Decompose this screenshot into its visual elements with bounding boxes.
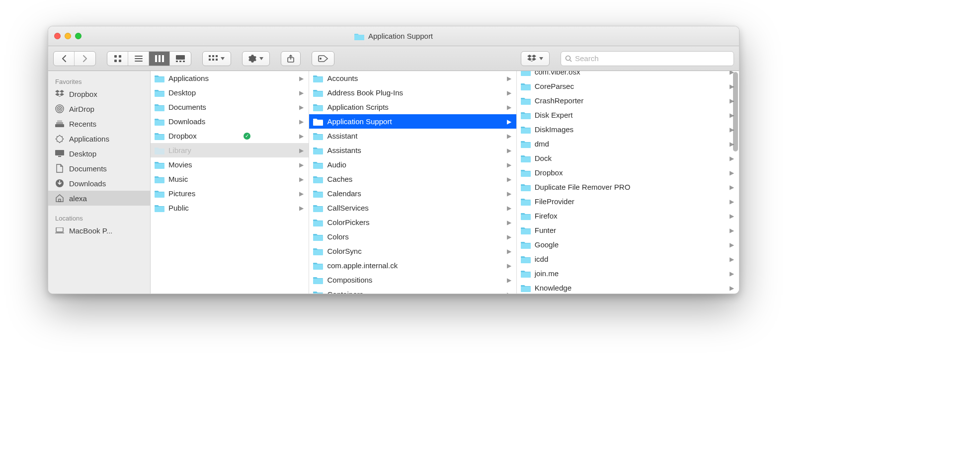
folder-item[interactable]: Movies▶ [151,157,309,172]
chevron-right-icon: ▶ [507,291,511,294]
search-field[interactable] [561,51,734,66]
folder-icon [155,204,164,212]
recents-icon [55,119,64,128]
folder-item[interactable]: Containers▶ [309,287,516,294]
column-0[interactable]: Applications▶Desktop▶Documents▶Downloads… [151,71,309,294]
folder-item[interactable]: Desktop▶ [151,85,309,100]
folder-item[interactable]: Downloads▶ [151,114,309,129]
folder-item[interactable]: Application Support▶ [309,114,516,129]
svg-rect-30 [57,120,62,122]
svg-rect-10 [162,55,164,62]
folder-item[interactable]: ColorSync▶ [309,244,516,258]
forward-button[interactable] [75,52,95,66]
svg-rect-34 [59,199,61,202]
back-button[interactable] [54,52,75,66]
folder-item[interactable]: Duplicate File Remover PRO▶ [517,180,739,194]
folder-item[interactable]: com.viber.osx▶ [517,71,739,79]
folder-item[interactable]: Address Book Plug-Ins▶ [309,85,516,100]
column-view-button[interactable] [149,52,170,66]
folder-item[interactable]: icdd▶ [517,252,739,266]
folder-icon [313,247,323,255]
dropbox-toolbar-button[interactable] [521,51,550,66]
action-menu-button[interactable] [242,51,270,66]
folder-item[interactable]: ColorPickers▶ [309,215,516,229]
sidebar-item-recents[interactable]: Recents [48,116,150,131]
sidebar-item-airdrop[interactable]: AirDrop [48,101,150,116]
svg-rect-39 [155,106,164,111]
folder-item[interactable]: Public▶ [151,201,309,215]
chevron-right-icon: ▶ [507,205,511,212]
folder-item[interactable]: Assistants▶ [309,143,516,157]
column-2[interactable]: com.viber.osx▶CoreParsec▶CrashReporter▶D… [517,71,739,294]
folder-item[interactable]: com.apple.internal.ck▶ [309,258,516,273]
folder-item[interactable]: Disk Expert▶ [517,108,739,122]
folder-item[interactable]: CrashReporter▶ [517,93,739,108]
folder-item[interactable]: Assistant▶ [309,129,516,143]
folder-item[interactable]: dmd▶ [517,137,739,151]
folder-item[interactable]: Application Scripts▶ [309,100,516,114]
folder-item[interactable]: CallServices▶ [309,201,516,215]
folder-item[interactable]: Knowledge▶ [517,281,739,294]
gallery-view-button[interactable] [170,52,191,66]
svg-rect-75 [521,243,531,249]
folder-item[interactable]: join.me▶ [517,266,739,281]
sidebar-item-alexa[interactable]: alexa [48,191,150,206]
sidebar-item-applications[interactable]: Applications [48,131,150,146]
svg-rect-12 [176,61,178,62]
sidebar-item-downloads[interactable]: Downloads [48,176,150,191]
folder-item[interactable]: Music▶ [151,172,309,186]
titlebar[interactable]: Application Support [48,26,739,46]
folder-label: Calendars [327,189,361,198]
folder-item[interactable]: Dropbox▶ [517,165,739,180]
close-window-button[interactable] [54,33,61,39]
sidebar-item-dropbox[interactable]: Dropbox [48,86,150,101]
sidebar-item-desktop[interactable]: Desktop [48,146,150,161]
folder-item[interactable]: FileProvider▶ [517,194,739,209]
folder-item[interactable]: Accounts▶ [309,71,516,85]
tags-button[interactable] [312,51,334,66]
folder-item[interactable]: Dropbox✓▶ [151,129,309,143]
folder-item[interactable]: Caches▶ [309,172,516,186]
folder-label: Knowledge [535,284,572,292]
folder-item[interactable]: Applications▶ [151,71,309,85]
list-view-button[interactable] [128,52,149,66]
airdrop-icon [55,104,64,113]
folder-label: com.viber.osx [535,71,580,76]
folder-item[interactable]: Compositions▶ [309,273,516,287]
svg-rect-18 [209,59,211,61]
folder-icon [521,140,531,148]
folder-icon [521,241,531,249]
column-1[interactable]: Accounts▶Address Book Plug-Ins▶Applicati… [309,71,516,294]
folder-item[interactable]: Colors▶ [309,229,516,244]
folder-item[interactable]: Pictures▶ [151,186,309,201]
folder-item[interactable]: Calendars▶ [309,186,516,201]
folder-item[interactable]: DiskImages▶ [517,122,739,137]
scrollbar-thumb[interactable] [733,72,738,151]
svg-rect-51 [313,135,323,140]
folder-item[interactable]: Audio▶ [309,157,516,172]
sidebar-item-documents[interactable]: Documents [48,161,150,176]
folder-item[interactable]: Firefox▶ [517,209,739,223]
folder-icon [313,276,323,284]
svg-point-23 [566,56,571,60]
folder-item[interactable]: Google▶ [517,237,739,252]
chevron-right-icon: ▶ [299,190,304,197]
svg-rect-37 [155,77,164,82]
share-button[interactable] [281,51,301,66]
minimize-window-button[interactable] [65,33,71,39]
sidebar-item-macbook-p-[interactable]: MacBook P... [48,223,150,238]
folder-item[interactable]: Dock▶ [517,151,739,165]
svg-rect-74 [521,229,531,234]
icon-view-button[interactable] [107,52,128,66]
desktop-icon [55,149,64,158]
folder-item[interactable]: CoreParsec▶ [517,79,739,93]
chevron-right-icon: ▶ [730,256,734,263]
search-input[interactable] [575,54,730,63]
folder-item[interactable]: Library▶ [151,143,309,157]
folder-icon [521,212,531,220]
fullscreen-window-button[interactable] [75,33,82,39]
folder-icon [155,132,164,140]
group-by-button[interactable] [202,51,231,66]
folder-item[interactable]: Funter▶ [517,223,739,237]
folder-item[interactable]: Documents▶ [151,100,309,114]
